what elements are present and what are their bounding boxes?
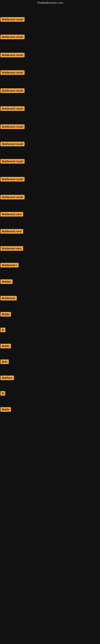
bottleneck-badge: Bottleneck result [0,142,25,146]
bottleneck-badge: Bottleneck r [0,263,19,268]
bottleneck-badge: Bottleneck resu [0,229,23,234]
bottleneck-badge: Bottleneck result [0,34,25,39]
bottleneck-badge: Bottleneck result [0,17,25,22]
bottleneck-badge: Bottleneck result [0,53,25,57]
bottleneck-badge: Bottleneck resu [0,246,23,251]
bottleneck-badge: Bottleneck result [0,88,25,93]
bottleneck-badge: Bottleneck result [0,106,25,111]
bottleneck-badge: B [0,391,5,396]
bottleneck-badge: Bottleneck result [0,177,25,182]
bottleneck-badge: Bottlen [0,279,13,284]
bottleneck-badge: Bottle [0,407,11,412]
bottleneck-badge: Bottleneck [0,296,17,300]
bottleneck-badge: Bott [0,360,9,364]
bottleneck-badge: B [0,328,5,332]
bottleneck-badge: Bottleneck result [0,124,25,129]
bottleneck-badge: Bottle [0,312,11,316]
bottleneck-badge: Bottlens [0,376,14,380]
bottleneck-badge: Bottleneck result [0,70,25,75]
bottleneck-badge: Bottleneck resu [0,212,23,216]
site-title: TheBottlenecker.com [0,0,100,6]
bottleneck-badge: Bottleneck result [0,195,25,200]
results-container: Bottleneck resultBottleneck resultBottle… [0,6,100,644]
bottleneck-badge: Bottleneck result [0,159,25,164]
page-container: TheBottlenecker.com Bottleneck resultBot… [0,0,100,644]
bottleneck-badge: Bottle [0,344,11,348]
